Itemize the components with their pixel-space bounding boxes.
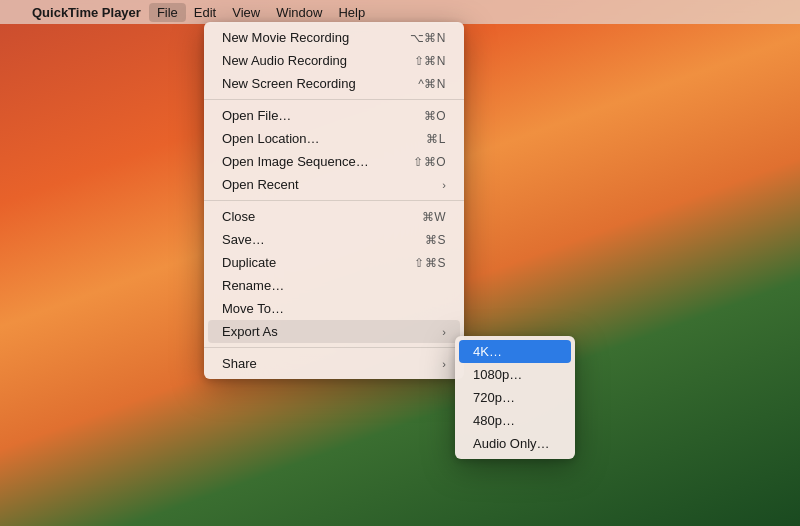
menu-new-audio-recording[interactable]: New Audio Recording ⇧⌘N <box>208 49 460 72</box>
export-as-submenu: 4K… 1080p… 720p… 480p… Audio Only… <box>455 336 575 459</box>
menu-new-movie-recording[interactable]: New Movie Recording ⌥⌘N <box>208 26 460 49</box>
separator-2 <box>204 200 464 201</box>
menubar-help[interactable]: Help <box>330 3 373 22</box>
apple-menu[interactable] <box>8 10 24 14</box>
submenu-audio-only[interactable]: Audio Only… <box>459 432 571 455</box>
menu-export-as[interactable]: Export As › <box>208 320 460 343</box>
menubar-quicktime[interactable]: QuickTime Player <box>24 3 149 22</box>
menu-open-recent[interactable]: Open Recent › <box>208 173 460 196</box>
menubar-file[interactable]: File <box>149 3 186 22</box>
menu-rename[interactable]: Rename… <box>208 274 460 297</box>
menubar: QuickTime Player File Edit View Window H… <box>0 0 800 24</box>
menu-close[interactable]: Close ⌘W <box>208 205 460 228</box>
menubar-window[interactable]: Window <box>268 3 330 22</box>
menu-share[interactable]: Share › <box>208 352 460 375</box>
menu-open-location[interactable]: Open Location… ⌘L <box>208 127 460 150</box>
menu-save[interactable]: Save… ⌘S <box>208 228 460 251</box>
menu-move-to[interactable]: Move To… <box>208 297 460 320</box>
submenu-480p[interactable]: 480p… <box>459 409 571 432</box>
file-menu: New Movie Recording ⌥⌘N New Audio Record… <box>204 22 464 379</box>
menu-new-screen-recording[interactable]: New Screen Recording ^⌘N <box>208 72 460 95</box>
submenu-4k[interactable]: 4K… <box>459 340 571 363</box>
submenu-1080p[interactable]: 1080p… <box>459 363 571 386</box>
menu-open-image-sequence[interactable]: Open Image Sequence… ⇧⌘O <box>208 150 460 173</box>
menu-open-file[interactable]: Open File… ⌘O <box>208 104 460 127</box>
submenu-720p[interactable]: 720p… <box>459 386 571 409</box>
separator-3 <box>204 347 464 348</box>
menubar-edit[interactable]: Edit <box>186 3 224 22</box>
menu-duplicate[interactable]: Duplicate ⇧⌘S <box>208 251 460 274</box>
menubar-view[interactable]: View <box>224 3 268 22</box>
separator-1 <box>204 99 464 100</box>
